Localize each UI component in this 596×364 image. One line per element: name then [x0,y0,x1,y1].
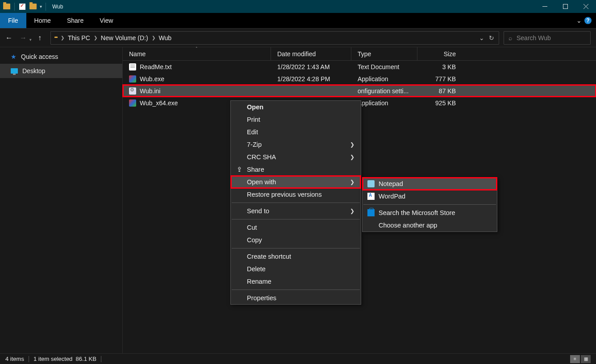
refresh-icon[interactable]: ↻ [489,34,494,41]
nav-bar: ← → ▾ ↑ ❯ This PC ❯ New Volume (D:) ❯ Wu… [0,29,596,47]
separator [101,356,101,362]
file-row[interactable]: Wub.exe1/28/2022 4:28 PMApplication777 K… [123,73,596,85]
new-folder-qat-icon[interactable] [29,3,37,11]
menu-cut[interactable]: Cut [231,221,361,234]
context-menu: Open Print Edit 7-Zip❯ CRC SHA❯ ⇪Share O… [230,100,361,305]
menu-7zip[interactable]: 7-Zip❯ [231,138,361,151]
menu-create-shortcut[interactable]: Create shortcut [231,250,361,263]
file-row[interactable]: Wub.inionfiguration setti...87 KB [123,85,596,97]
breadcrumb-drive[interactable]: New Volume (D:) [100,34,149,41]
window-title: Wub [52,4,63,10]
menu-edit[interactable]: Edit [231,126,361,138]
menu-copy[interactable]: Copy [231,234,361,246]
star-icon: ★ [11,53,17,60]
nav-quick-access[interactable]: ★ Quick access [0,50,122,64]
status-bar: 4 items 1 item selected 86.1 KB ≡ ▦ [0,353,596,364]
address-bar[interactable]: ❯ This PC ❯ New Volume (D:) ❯ Wub ⌄ ↻ [50,31,499,45]
search-icon: ⌕ [508,34,512,41]
store-icon [367,209,375,217]
file-size: 87 KB [417,87,462,95]
back-button[interactable]: ← [3,32,15,44]
file-name: Wub_x64.exe [140,99,178,107]
submenu-choose-app[interactable]: Choose another app [363,219,497,232]
file-icon [129,87,136,95]
file-tab[interactable]: File [0,13,26,28]
chevron-right-icon: ❯ [350,154,354,160]
properties-qat-icon[interactable] [18,3,26,11]
breadcrumb-folder[interactable]: Wub [158,34,173,41]
ribbon-expand-icon[interactable]: ⌄ [576,17,582,24]
submenu-store[interactable]: Search the Microsoft Store [363,207,497,219]
qat-dropdown-icon[interactable]: ▾ [40,4,42,9]
menu-open-with[interactable]: Open with❯ [231,176,361,188]
file-size: 3 KB [417,63,462,70]
file-date: 1/28/2022 1:43 AM [271,63,351,70]
breadcrumb-thispc[interactable]: This PC [67,34,91,41]
chevron-right-icon[interactable]: ❯ [58,35,67,40]
menu-separator [232,290,360,290]
file-size: 925 KB [417,99,462,107]
nav-desktop[interactable]: Desktop [0,64,122,78]
nav-label: Desktop [22,67,45,74]
tab-view[interactable]: View [92,13,121,28]
chevron-right-icon[interactable]: ❯ [91,35,100,40]
chevron-right-icon: ❯ [350,141,354,148]
menu-restore[interactable]: Restore previous versions [231,188,361,201]
chevron-right-icon[interactable]: ❯ [149,35,158,40]
search-placeholder: Search Wub [517,34,551,41]
menu-open[interactable]: Open [231,101,361,113]
submenu-wordpad[interactable]: WordPad [363,190,497,203]
help-icon[interactable]: ? [584,17,592,24]
menu-separator [363,204,496,205]
item-count: 4 items [5,356,24,362]
minimize-button[interactable] [534,0,555,13]
header-name[interactable]: Name ˄ [123,47,271,60]
folder-icon[interactable] [3,3,11,11]
separator [14,3,15,11]
sort-indicator-icon: ˄ [196,46,198,51]
menu-delete[interactable]: Delete [231,263,361,275]
tab-share[interactable]: Share [59,13,92,28]
selection-count: 1 item selected [33,356,72,362]
file-type: Text Document [351,63,417,70]
nav-label: Quick access [21,53,58,60]
menu-rename[interactable]: Rename [231,275,361,288]
svg-rect-1 [563,4,567,9]
separator [29,356,29,362]
notepad-icon [367,180,375,188]
header-size[interactable]: Size [417,47,462,60]
menu-separator [232,248,360,248]
open-with-submenu: Notepad WordPad Search the Microsoft Sto… [362,177,497,232]
column-headers: Name ˄ Date modified Type Size [123,47,596,61]
file-icon [129,63,136,70]
header-date[interactable]: Date modified [271,47,351,60]
file-type: Application [351,99,417,107]
menu-share[interactable]: ⇪Share [231,163,361,176]
file-size: 777 KB [417,75,462,83]
close-button[interactable] [575,0,596,13]
file-name: Wub.exe [140,75,164,83]
menu-sendto[interactable]: Send to❯ [231,205,361,217]
file-row[interactable]: ReadMe.txt1/28/2022 1:43 AMText Document… [123,61,596,73]
desktop-icon [11,68,18,74]
address-dropdown-icon[interactable]: ⌄ [479,34,484,41]
file-name: Wub.ini [140,87,160,95]
up-button[interactable]: ↑ [33,32,46,44]
search-box[interactable]: ⌕ Search Wub [504,31,591,45]
menu-crcsha[interactable]: CRC SHA❯ [231,151,361,163]
menu-print[interactable]: Print [231,113,361,126]
file-type: onfiguration setti... [351,87,417,95]
menu-properties[interactable]: Properties [231,292,361,304]
submenu-notepad[interactable]: Notepad [363,178,497,190]
header-type[interactable]: Type [351,47,417,60]
ribbon: File Home Share View ⌄ ? [0,13,596,29]
details-view-button[interactable]: ≡ [570,355,580,363]
selection-size: 86.1 KB [76,356,96,362]
history-dropdown-icon[interactable]: ▾ [29,37,32,42]
forward-button[interactable]: → [17,32,29,44]
svg-rect-0 [542,6,547,7]
maximize-button[interactable] [555,0,575,13]
tab-home[interactable]: Home [26,13,59,28]
file-date: 1/28/2022 4:28 PM [271,75,351,83]
thumbnails-view-button[interactable]: ▦ [581,355,591,363]
